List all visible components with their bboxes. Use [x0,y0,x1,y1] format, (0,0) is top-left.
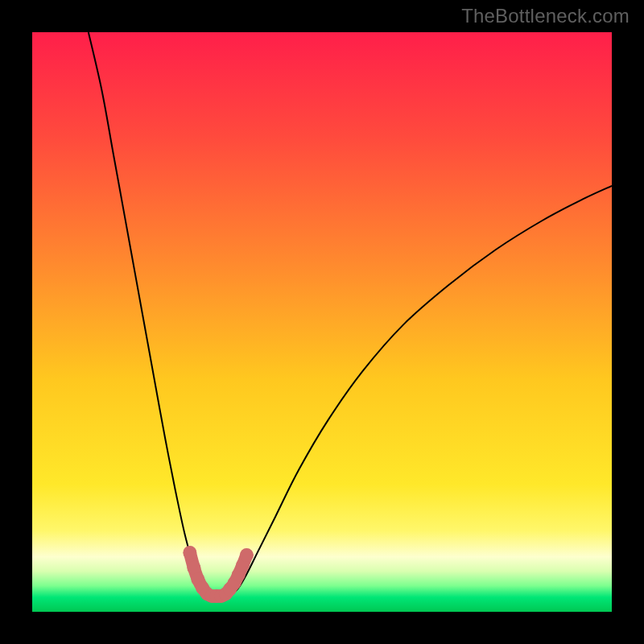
chart-frame: TheBottleneck.com [0,0,644,644]
plot-area [32,32,612,612]
curve-right [230,186,612,596]
curve-left [89,32,208,596]
watermark-text: TheBottleneck.com [461,5,630,27]
curve-layer [32,32,612,612]
trough-highlight [183,546,254,603]
svg-point-14 [240,548,254,562]
svg-point-1 [183,546,196,559]
